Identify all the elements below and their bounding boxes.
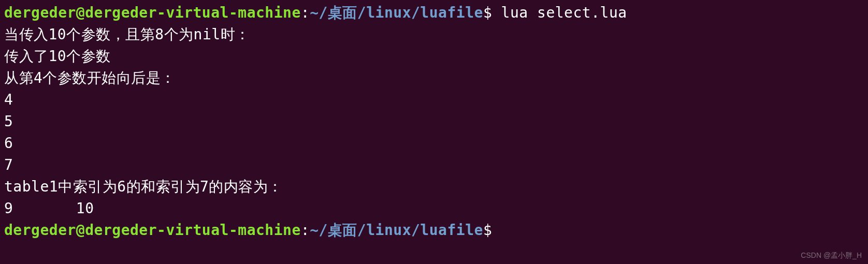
prompt-user: dergeder@dergeder-virtual-machine <box>4 4 301 21</box>
output-line: 5 <box>4 111 864 133</box>
prompt-colon: : <box>301 4 310 21</box>
output-line: 当传入10个参数，且第8个为nil时： <box>4 24 864 46</box>
command-text: lua select.lua <box>492 4 627 21</box>
prompt-user: dergeder@dergeder-virtual-machine <box>4 222 301 239</box>
prompt-dollar: $ <box>483 222 492 239</box>
terminal-line-prompt[interactable]: dergeder@dergeder-virtual-machine:~/桌面/l… <box>4 219 864 241</box>
output-line: 从第4个参数开始向后是： <box>4 67 864 89</box>
output-line: 9 10 <box>4 198 864 219</box>
output-line: table1中索引为6的和索引为7的内容为： <box>4 176 864 198</box>
output-line: 4 <box>4 89 864 111</box>
prompt-path: ~/桌面/linux/luafile <box>310 4 483 21</box>
terminal-line-prompt: dergeder@dergeder-virtual-machine:~/桌面/l… <box>4 2 864 24</box>
prompt-colon: : <box>301 222 310 239</box>
prompt-dollar: $ <box>483 4 492 21</box>
output-line: 7 <box>4 154 864 176</box>
prompt-path: ~/桌面/linux/luafile <box>310 222 483 239</box>
output-line: 6 <box>4 133 864 154</box>
watermark-text: CSDN @孟小胖_H <box>801 250 862 261</box>
output-line: 传入了10个参数 <box>4 46 864 67</box>
